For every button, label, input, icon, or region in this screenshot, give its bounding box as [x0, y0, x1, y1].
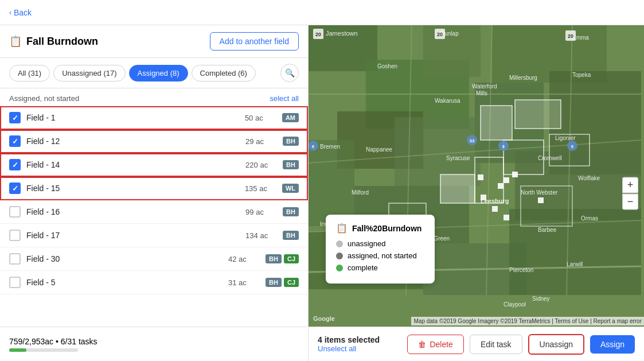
checkmark-icon: ✓: [12, 161, 18, 169]
table-row: Field - 30 42 ac BH CJ: [0, 247, 308, 271]
left-panel: 📋 Fall Burndown Add to another field All…: [0, 25, 309, 361]
add-to-another-field-button[interactable]: Add to another field: [210, 32, 299, 51]
svg-text:Barbee: Barbee: [538, 227, 557, 233]
zoom-in-button[interactable]: +: [622, 177, 638, 193]
task-icon: 📋: [9, 35, 22, 48]
svg-text:Ormas: Ormas: [581, 215, 598, 222]
svg-rect-31: [481, 106, 512, 140]
progress-bar-fill: [9, 348, 26, 352]
google-label: Google: [313, 315, 335, 322]
field-checkbox-3[interactable]: ✓: [9, 159, 21, 170]
svg-rect-77: [498, 183, 504, 189]
back-chevron-icon: ‹: [9, 9, 11, 17]
badge-group: BH: [283, 231, 299, 240]
svg-rect-80: [492, 206, 498, 212]
field-checkbox-7[interactable]: [9, 253, 21, 265]
svg-rect-75: [478, 174, 483, 180]
assign-button[interactable]: Assign: [590, 335, 635, 354]
svg-text:Goshen: Goshen: [377, 63, 397, 69]
svg-rect-30: [440, 174, 475, 203]
field-checkbox-6[interactable]: [9, 230, 21, 241]
legend-dot-unassigned: [336, 240, 343, 247]
section-label: Assigned, not started: [9, 94, 79, 103]
search-button[interactable]: 🔍: [280, 64, 299, 82]
checkmark-icon: ✓: [12, 137, 18, 146]
badge-group: BH: [283, 160, 299, 169]
field-name: Field - 15: [26, 184, 239, 193]
table-row: Field - 17 134 ac BH: [0, 224, 308, 247]
table-row: ✓ Field - 15 135 ac WL: [0, 177, 308, 200]
delete-button[interactable]: 🗑 Delete: [407, 335, 463, 354]
badge-group: BH CJ: [266, 254, 299, 263]
field-list: ✓ Field - 1 50 ac AM ✓ Field - 12 29 ac …: [0, 106, 308, 327]
assignee-badge: BH: [266, 254, 282, 263]
svg-text:20: 20: [437, 32, 443, 37]
svg-rect-81: [504, 215, 509, 220]
stats-text: 759/2,953ac • 6/31 tasks: [9, 337, 97, 346]
table-row: Field - 16 99 ac BH: [0, 200, 308, 224]
legend-label-unassigned: unassigned: [348, 239, 386, 248]
assignee-badge: BH: [283, 231, 299, 240]
svg-text:Jamestown: Jamestown: [326, 30, 358, 37]
tab-assigned[interactable]: Assigned (8): [129, 65, 188, 81]
assignee-badge: AM: [282, 113, 299, 122]
field-checkbox-8[interactable]: [9, 277, 21, 288]
tab-unassigned[interactable]: Unassigned (17): [53, 65, 125, 81]
search-icon: 🔍: [285, 68, 295, 77]
selected-info: 4 items selected Unselect all: [318, 335, 401, 353]
svg-text:Claypool: Claypool: [504, 301, 526, 308]
legend-label-complete: complete: [348, 263, 378, 272]
checkmark-icon: ✓: [12, 184, 18, 193]
unselect-all-link[interactable]: Unselect all: [318, 344, 401, 353]
map-bottom-bar: 4 items selected Unselect all 🗑 Delete E…: [309, 327, 644, 361]
zoom-out-button[interactable]: −: [622, 193, 638, 209]
back-link[interactable]: ‹ Back: [9, 8, 32, 17]
assignee-badge: WL: [282, 184, 299, 193]
selected-count: 4 items selected: [318, 335, 401, 344]
field-checkbox-2[interactable]: ✓: [9, 135, 21, 147]
field-checkbox-5[interactable]: [9, 206, 21, 218]
svg-rect-14: [509, 209, 641, 295]
popup-task-icon: 📋: [336, 223, 348, 234]
tab-completed[interactable]: Completed (6): [192, 65, 256, 81]
delete-icon: 🗑: [418, 340, 426, 349]
panel-title-text: Fall Burndown: [26, 36, 98, 48]
table-row: ✓ Field - 14 220 ac BH: [0, 153, 308, 177]
map-panel: Jamestown Dunlap Emma Goshen Millersburg…: [309, 25, 644, 361]
section-label-row: Assigned, not started select all: [0, 88, 308, 106]
field-name: Field - 17: [26, 231, 240, 240]
legend-item-unassigned: unassigned: [336, 239, 424, 248]
map-attribution: Map data ©2019 Google Imagery ©2019 Terr…: [411, 317, 644, 325]
bottom-bar: 759/2,953ac • 6/31 tasks: [0, 327, 308, 361]
map-background: Jamestown Dunlap Emma Goshen Millersburg…: [309, 25, 644, 361]
field-area: 50 ac: [245, 114, 276, 122]
svg-rect-32: [515, 100, 561, 129]
svg-text:33: 33: [470, 138, 475, 143]
select-all-link[interactable]: select all: [270, 94, 299, 103]
svg-rect-79: [481, 195, 486, 200]
svg-text:Topeka: Topeka: [572, 72, 591, 78]
assignee-badge-2: CJ: [284, 278, 299, 287]
svg-text:Larwill: Larwill: [567, 261, 583, 267]
field-checkbox-4[interactable]: ✓: [9, 183, 21, 194]
edit-task-button[interactable]: Edit task: [470, 335, 522, 354]
assignee-badge: BH: [283, 160, 299, 169]
table-row: ✓ Field - 12 29 ac BH: [0, 130, 308, 153]
svg-text:Ligonier: Ligonier: [555, 135, 576, 141]
svg-text:20: 20: [568, 33, 573, 39]
legend-item-assigned: assigned, not started: [336, 251, 424, 260]
field-checkbox-1[interactable]: ✓: [9, 112, 21, 123]
panel-header: 📋 Fall Burndown Add to another field: [0, 25, 308, 58]
edit-task-label: Edit task: [481, 340, 512, 349]
progress-bar: [9, 348, 78, 352]
unassign-button[interactable]: Unassign: [528, 334, 584, 355]
svg-rect-76: [504, 177, 509, 183]
svg-text:6: 6: [502, 145, 505, 149]
tab-all[interactable]: All (31): [9, 65, 50, 81]
svg-text:6: 6: [312, 145, 314, 149]
svg-text:Syracuse: Syracuse: [446, 155, 470, 161]
svg-rect-78: [512, 172, 518, 177]
legend-dot-complete: [336, 265, 343, 271]
legend-label-assigned: assigned, not started: [348, 251, 417, 260]
assign-label: Assign: [600, 340, 625, 349]
